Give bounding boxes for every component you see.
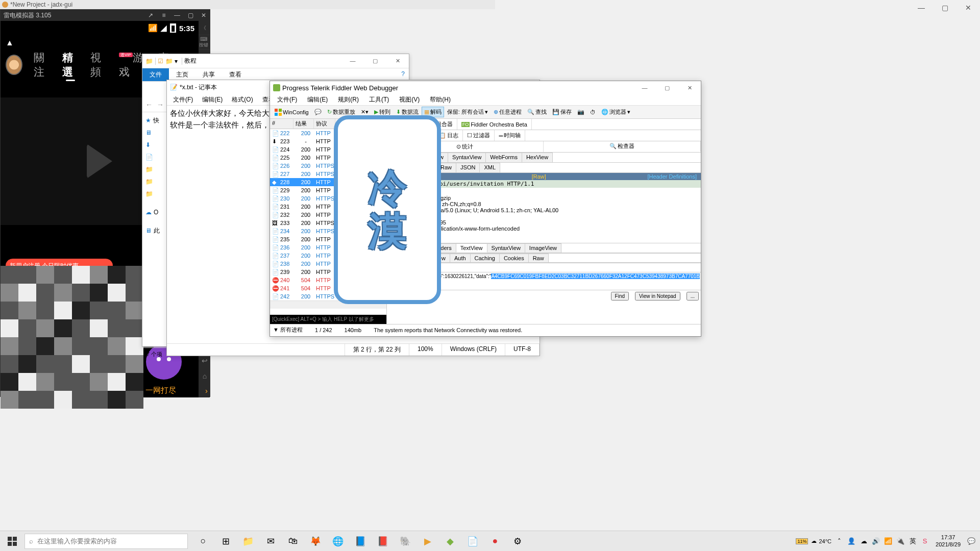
fiddler-tab-timeline[interactable]: ═时间轴 bbox=[495, 130, 525, 141]
emu-close-button[interactable]: ✕ bbox=[198, 10, 210, 21]
emu-keymap-button[interactable]: ⌨按键 bbox=[198, 35, 210, 49]
emu-tab-featured[interactable]: 精選 bbox=[62, 51, 80, 79]
fiddler-reqtab-syntaxview[interactable]: SyntaxView bbox=[448, 153, 486, 162]
explorer-side-item[interactable]: 🖥 bbox=[142, 127, 167, 139]
outer-max-button[interactable]: ▢ bbox=[933, 0, 957, 15]
fiddler-min-button[interactable]: — bbox=[633, 85, 656, 91]
fiddler-quickexec[interactable]: [QuickExec] ALT+Q > 输入 HELP 以了解更多 bbox=[270, 315, 386, 324]
tray-onedrive-icon[interactable]: ☁ bbox=[859, 537, 868, 546]
fiddler-keep-dropdown[interactable]: 保留: 所有会话 ▾ bbox=[445, 107, 491, 117]
fiddler-menu-tools[interactable]: 工具(T) bbox=[364, 94, 394, 105]
fiddler-menu-edit[interactable]: 编辑(E) bbox=[302, 94, 333, 105]
fiddler-tab-filters[interactable]: ☐过滤器 bbox=[463, 130, 495, 141]
fiddler-titlebar[interactable]: Progress Telerik Fiddler Web Debugger — … bbox=[270, 81, 701, 94]
fiddler-reqtab-webforms[interactable]: WebForms bbox=[485, 153, 522, 162]
fiddler-save-button[interactable]: 💾保存 bbox=[550, 107, 574, 117]
fiddler-screenshot-icon[interactable]: 📷 bbox=[575, 107, 587, 117]
tray-ime-icon[interactable]: 英 bbox=[908, 537, 917, 546]
fiddler-resptab-auth[interactable]: Auth bbox=[450, 254, 471, 262]
fiddler-col-result[interactable]: 结果 bbox=[293, 119, 314, 129]
taskbar-android-icon[interactable]: ◆ bbox=[439, 531, 461, 552]
emu-game-ad-text[interactable]: 一网打尽› bbox=[143, 384, 210, 397]
taskbar-store-icon[interactable]: 🛍 bbox=[282, 531, 304, 552]
outer-close-button[interactable]: ✕ bbox=[957, 0, 980, 15]
fiddler-resptab-imageview[interactable]: ImageView bbox=[525, 243, 561, 253]
taskbar-cortana-icon[interactable]: ○ bbox=[192, 531, 214, 552]
fiddler-headerdefs-link[interactable]: [Header Definitions] bbox=[647, 173, 697, 180]
explorer-titlebar[interactable]: 📁 ☑ 📁 ▾ 教程 — ▢ ✕ bbox=[142, 54, 409, 68]
fiddler-menu-view[interactable]: 视图(V) bbox=[394, 94, 425, 105]
taskbar-mail-icon[interactable]: ✉ bbox=[259, 531, 282, 552]
fiddler-resptab-cookies[interactable]: Cookies bbox=[499, 254, 529, 262]
taskbar-explorer-icon[interactable]: 📁 bbox=[237, 531, 259, 552]
fiddler-resptab-raw[interactable]: Raw bbox=[528, 254, 549, 262]
explorer-onedrive-link[interactable]: ☁O bbox=[142, 206, 167, 218]
fiddler-tab-inspectors[interactable]: 🔍检查器 bbox=[544, 141, 701, 152]
explorer-side-item[interactable]: 📁 bbox=[142, 163, 167, 176]
fiddler-find-button[interactable]: 🔍查找 bbox=[525, 107, 549, 117]
fiddler-menu-file[interactable]: 文件(F) bbox=[272, 94, 302, 105]
explorer-quick-link[interactable]: ★快 bbox=[142, 114, 167, 127]
fiddler-timer-icon[interactable]: ⏱ bbox=[587, 108, 598, 117]
tray-network-icon[interactable]: 📶 bbox=[884, 537, 893, 546]
emulator-titlebar[interactable]: 雷电模拟器 3.105 ↗ ≡ — ▢ ✕ bbox=[1, 10, 210, 21]
fiddler-find-button2[interactable]: Find bbox=[611, 292, 629, 300]
taskbar-notepad-icon[interactable]: 📄 bbox=[461, 531, 484, 552]
explorer-side-item[interactable]: 📄 bbox=[142, 151, 167, 163]
emu-menu-icon[interactable]: ≡ bbox=[158, 10, 170, 21]
fiddler-more-button[interactable]: ... bbox=[687, 292, 699, 300]
taskbar-evernote-icon[interactable]: 🐘 bbox=[394, 531, 416, 552]
taskbar-potplayer-icon[interactable]: ▶ bbox=[416, 531, 439, 552]
battery-indicator[interactable]: 11% bbox=[796, 538, 808, 544]
tray-volume-icon[interactable]: 🔊 bbox=[871, 537, 880, 546]
emu-ext-icon[interactable]: ↗ bbox=[144, 10, 157, 21]
notification-icon[interactable]: 💬 bbox=[967, 537, 976, 546]
fiddler-menu-rules[interactable]: 规则(R) bbox=[333, 94, 364, 105]
taskbar-taskview-icon[interactable]: ⊞ bbox=[214, 531, 237, 552]
emu-tab-follow[interactable]: 關注 bbox=[34, 51, 51, 79]
fiddler-col-proto[interactable]: 协议 bbox=[314, 119, 335, 129]
taskbar-clock[interactable]: 17:37 2021/8/29 bbox=[933, 534, 964, 547]
fiddler-resptab-caching[interactable]: Caching bbox=[470, 254, 500, 262]
explorer-side-item[interactable]: 📁 bbox=[142, 176, 167, 188]
taskbar-search-input[interactable]: ⌕ 在这里输入你要搜索的内容 bbox=[24, 534, 188, 549]
tray-sogou-icon[interactable]: S bbox=[920, 537, 929, 546]
fiddler-anyproc-button[interactable]: ⊕任意进程 bbox=[491, 107, 524, 117]
emu-home-icon[interactable]: ⌂ bbox=[199, 370, 211, 382]
explorer-back-icon[interactable]: ← bbox=[145, 101, 153, 109]
taskbar-firefox-icon[interactable]: 🦊 bbox=[304, 531, 327, 552]
taskbar-word-icon[interactable]: 📘 bbox=[349, 531, 372, 552]
notepad-menu-format[interactable]: 格式(O) bbox=[228, 94, 257, 105]
outer-min-button[interactable]: — bbox=[910, 0, 933, 15]
fiddler-resptab-textview[interactable]: TextView bbox=[456, 243, 487, 253]
fiddler-close-button[interactable]: ✕ bbox=[678, 85, 701, 91]
start-button[interactable] bbox=[0, 531, 24, 552]
fiddler-raw-link[interactable]: [Raw] bbox=[532, 173, 546, 180]
emu-collapse-icon[interactable]: 《 bbox=[198, 21, 210, 35]
fiddler-reqtab-json[interactable]: JSON bbox=[456, 163, 480, 172]
taskbar-app-icon[interactable]: ⚙ bbox=[506, 531, 529, 552]
explorer-side-item[interactable]: ⬇ bbox=[142, 139, 167, 151]
emu-avatar[interactable] bbox=[6, 55, 22, 75]
explorer-close-button[interactable]: ✕ bbox=[386, 58, 409, 64]
fiddler-resptab-syntaxview[interactable]: SyntaxView bbox=[487, 243, 525, 253]
explorer-side-item[interactable]: 📁 bbox=[142, 188, 167, 200]
fiddler-browse-button[interactable]: 🌐浏览器 ▾ bbox=[599, 107, 633, 117]
emu-max-button[interactable]: ▢ bbox=[184, 10, 197, 21]
fiddler-menu-help[interactable]: 帮助(H) bbox=[425, 94, 456, 105]
taskbar-record-icon[interactable]: ● bbox=[484, 531, 506, 552]
fiddler-max-button[interactable]: ▢ bbox=[656, 85, 678, 91]
fiddler-tab-orchestra[interactable]: FOFiddler Orchestra Beta bbox=[457, 119, 532, 130]
emu-tab-video[interactable]: 視頻 bbox=[90, 51, 108, 79]
explorer-min-button[interactable]: — bbox=[341, 58, 364, 64]
fiddler-comment-icon[interactable]: 💬 bbox=[312, 107, 324, 117]
taskbar-edge-icon[interactable]: 🌐 bbox=[327, 531, 349, 552]
fiddler-reqtab-xml[interactable]: XML bbox=[479, 163, 500, 172]
fiddler-reqtab-hexview[interactable]: HexView bbox=[522, 153, 553, 162]
tray-power-icon[interactable]: 🔌 bbox=[896, 537, 905, 546]
emu-play-icon[interactable] bbox=[87, 144, 112, 179]
fiddler-winconfig-button[interactable]: WinConfig bbox=[272, 107, 311, 117]
taskbar-office-icon[interactable]: 📕 bbox=[372, 531, 394, 552]
weather-widget[interactable]: ☁24°C bbox=[811, 538, 831, 544]
emu-min-button[interactable]: — bbox=[171, 10, 183, 21]
